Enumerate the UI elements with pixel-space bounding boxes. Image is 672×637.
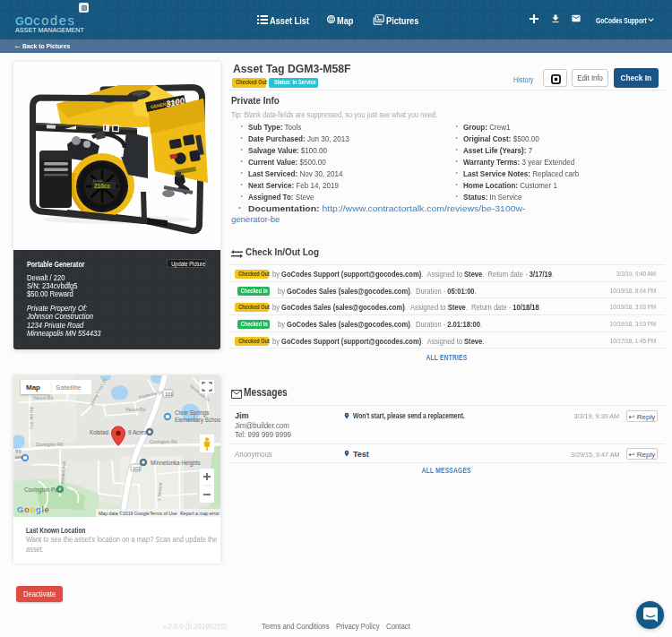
svg-text:Covington Rd: Covington Rd <box>150 439 177 444</box>
svg-text:Kolstad: Kolstad <box>90 429 109 435</box>
svg-text:Terms of Use: Terms of Use <box>150 511 177 516</box>
svg-text:Map: Map <box>26 383 40 392</box>
svg-text:Hanus Rd: Hanus Rd <box>125 407 145 412</box>
svg-text:G: G <box>17 504 23 514</box>
svg-text:Dewalt: Dewalt <box>93 179 103 183</box>
svg-text:Covington Rd: Covington Rd <box>36 442 64 447</box>
svg-text:Fox Hill Rd: Fox Hill Rd <box>29 407 34 429</box>
svg-text:Clear Springs: Clear Springs <box>175 409 209 417</box>
svg-text:g: g <box>36 504 41 514</box>
svg-text:try: try <box>15 448 22 453</box>
svg-text:101: 101 <box>133 466 141 471</box>
svg-text:Hanus Rd: Hanus Rd <box>33 395 53 400</box>
svg-text:Satellite: Satellite <box>56 383 82 392</box>
svg-text:o: o <box>24 504 30 514</box>
svg-text:Map data ©2019 Google: Map data ©2019 Google <box>99 511 150 516</box>
svg-text:210cc: 210cc <box>94 183 110 189</box>
svg-text:Minnetonka Heights: Minnetonka Heights <box>151 460 201 467</box>
svg-text:ore: ore <box>15 454 23 460</box>
svg-text:e: e <box>45 504 49 514</box>
svg-text:Report a map error: Report a map error <box>180 511 220 516</box>
svg-text:Covington Park: Covington Park <box>24 486 64 494</box>
svg-text:o: o <box>30 504 36 514</box>
svg-text:9 Acres: 9 Acres <box>128 429 147 435</box>
svg-text:101: 101 <box>165 392 173 397</box>
svg-text:Elementary School: Elementary School <box>175 417 220 424</box>
